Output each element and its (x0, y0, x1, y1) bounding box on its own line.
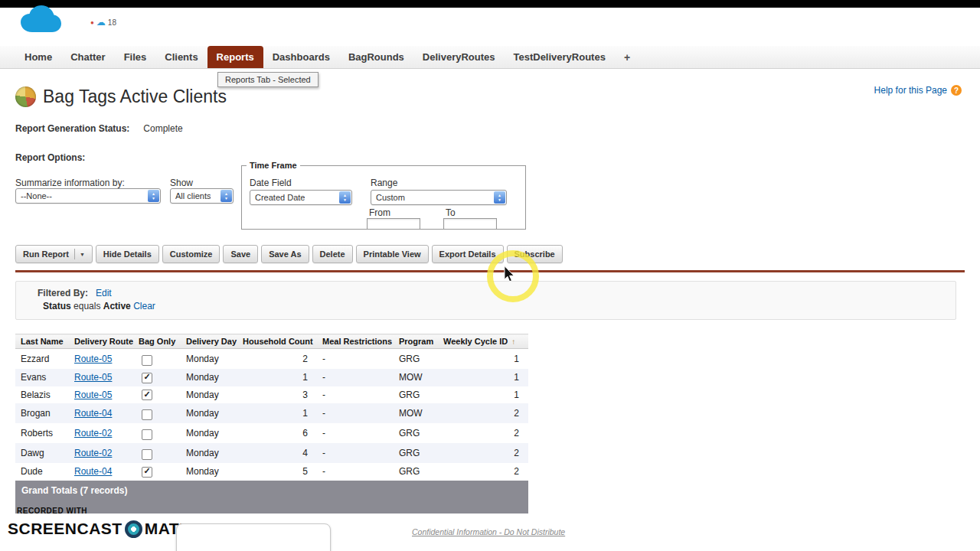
cell-delivery-day: Monday (181, 369, 237, 386)
to-label: To (446, 207, 456, 218)
cell-household-count: 3 (237, 386, 317, 404)
cell-delivery-day: Monday (181, 349, 237, 370)
filter-clear-link[interactable]: Clear (133, 301, 155, 311)
tab-files[interactable]: Files (115, 46, 156, 68)
bag-only-checkbox[interactable]: ✓ (142, 467, 152, 478)
cell-program: MOW (394, 369, 438, 386)
filter-value: Active (103, 301, 131, 311)
bag-only-checkbox[interactable] (142, 355, 152, 366)
show-select-value: All clients (175, 191, 211, 201)
help-icon[interactable]: ? (951, 85, 962, 96)
tab-home[interactable]: Home (15, 46, 61, 68)
hide-details-button[interactable]: Hide Details (96, 245, 159, 263)
table-row: Dawg Route-02 Monday 4 - GRG 2 (15, 443, 528, 463)
cell-program: MOW (394, 403, 438, 423)
mini-cloud-icon: ☁ (96, 18, 106, 27)
col-weekly-cycle-id[interactable]: Weekly Cycle ID↑ (438, 334, 528, 349)
confidential-footer-text: Confidential Information - Do Not Distri… (412, 527, 565, 536)
cell-last-name: Ezzard (15, 349, 69, 370)
watermark-recorded-with: RECORDED WITH (17, 507, 87, 515)
reports-tab-tooltip: Reports Tab - Selected (217, 72, 318, 87)
cell-weekly-cycle-id: 2 (438, 443, 528, 463)
bag-only-checkbox[interactable]: ✓ (142, 390, 152, 400)
cell-delivery-day: Monday (181, 403, 237, 423)
tab-deliveryroutes[interactable]: DeliveryRoutes (413, 46, 505, 68)
cell-weekly-cycle-id: 2 (438, 403, 528, 423)
cell-last-name: Roberts (15, 423, 69, 443)
select-arrows-icon: ▲▼ (494, 191, 505, 204)
status-label: Report Generation Status: (15, 123, 129, 134)
mouse-cursor (503, 266, 515, 286)
delivery-route-link[interactable]: Route-02 (74, 428, 112, 439)
table-row: Ezzard Route-05 Monday 2 - GRG 1 (15, 349, 528, 370)
time-frame-fieldset: Time Frame Date Field Created Date ▲▼ Ra… (241, 161, 526, 230)
cell-bag-only (133, 349, 181, 370)
delivery-route-link[interactable]: Route-04 (74, 466, 112, 477)
tab-clients[interactable]: Clients (155, 46, 207, 68)
filter-edit-link[interactable]: Edit (96, 288, 112, 298)
cell-weekly-cycle-id: 1 (438, 349, 528, 370)
col-delivery-route[interactable]: Delivery Route (69, 334, 133, 349)
tab-chatter[interactable]: Chatter (61, 46, 115, 68)
tab-reports[interactable]: Reports (207, 46, 263, 68)
cell-weekly-cycle-id: 1 (438, 369, 528, 386)
col-bag-only[interactable]: Bag Only (133, 334, 181, 349)
save-as-button[interactable]: Save As (261, 245, 309, 263)
from-date-input[interactable] (367, 218, 420, 230)
cell-last-name: Belazis (15, 386, 69, 404)
sort-ascending-icon: ↑ (511, 337, 515, 346)
col-meal-restrictions[interactable]: Meal Restrictions (317, 334, 394, 349)
delivery-route-link[interactable]: Route-05 (74, 390, 112, 400)
cell-delivery-day: Monday (181, 423, 237, 443)
cell-bag-only: ✓ (133, 386, 181, 404)
col-program[interactable]: Program (394, 334, 438, 349)
cell-program: GRG (394, 349, 438, 370)
range-label: Range (371, 178, 397, 188)
app-window: ● ☁ 18 Home Chatter Files Clients Report… (0, 0, 980, 551)
tab-testdeliveryroutes[interactable]: TestDeliveryRoutes (504, 46, 614, 68)
help-link[interactable]: Help for this Page (874, 85, 947, 96)
tab-bagrounds[interactable]: BagRounds (339, 46, 413, 68)
filter-panel: Filtered By: Edit Status equals Active C… (15, 281, 956, 320)
cell-bag-only: ✓ (133, 369, 181, 386)
tab-bar: Home Chatter Files Clients Reports Dashb… (0, 46, 980, 69)
bag-only-checkbox[interactable] (142, 449, 152, 460)
tab-dashboards[interactable]: Dashboards (263, 46, 339, 68)
cell-meal-restrictions: - (317, 369, 394, 386)
delivery-route-link[interactable]: Route-04 (74, 408, 112, 419)
col-last-name[interactable]: Last Name (15, 334, 69, 349)
cell-weekly-cycle-id: 2 (438, 423, 528, 443)
col-household-count[interactable]: Household Count (237, 334, 317, 349)
cell-meal-restrictions: - (317, 463, 394, 481)
status-value: Complete (143, 123, 182, 134)
tab-add[interactable]: + (615, 46, 639, 68)
table-row: Evans Route-05 ✓ Monday 1 - MOW 1 (15, 369, 528, 386)
bag-only-checkbox[interactable]: ✓ (142, 373, 152, 383)
red-dot-icon: ● (90, 19, 94, 26)
col-delivery-day[interactable]: Delivery Day (181, 334, 237, 349)
range-select[interactable]: Custom ▲▼ (371, 190, 507, 205)
help-for-page: Help for this Page ? (874, 85, 962, 96)
delete-button[interactable]: Delete (312, 245, 353, 263)
printable-view-button[interactable]: Printable View (356, 245, 429, 263)
bag-only-checkbox[interactable] (142, 429, 152, 440)
to-date-input[interactable] (443, 218, 497, 230)
delivery-route-link[interactable]: Route-02 (74, 448, 112, 458)
show-select[interactable]: All clients ▲▼ (170, 188, 234, 204)
cell-meal-restrictions: - (317, 386, 394, 404)
cell-bag-only: ✓ (133, 463, 181, 481)
bag-only-checkbox[interactable] (142, 409, 152, 420)
date-field-select[interactable]: Created Date ▲▼ (250, 190, 352, 205)
subscribe-button[interactable]: Subscribe (507, 245, 563, 263)
save-button[interactable]: Save (223, 245, 258, 263)
summarize-select[interactable]: --None-- ▲▼ (15, 188, 161, 204)
dropdown-caret-icon[interactable]: ▼ (80, 252, 85, 257)
customize-button[interactable]: Customize (162, 245, 220, 263)
run-report-button[interactable]: Run Report ▼ (15, 245, 93, 263)
delivery-route-link[interactable]: Route-05 (74, 372, 112, 383)
delivery-route-link[interactable]: Route-05 (74, 354, 112, 364)
select-arrows-icon: ▲▼ (339, 191, 351, 204)
export-details-button[interactable]: Export Details (432, 245, 504, 263)
report-generation-status: Report Generation Status:Complete (15, 123, 183, 134)
from-label: From (369, 207, 390, 218)
